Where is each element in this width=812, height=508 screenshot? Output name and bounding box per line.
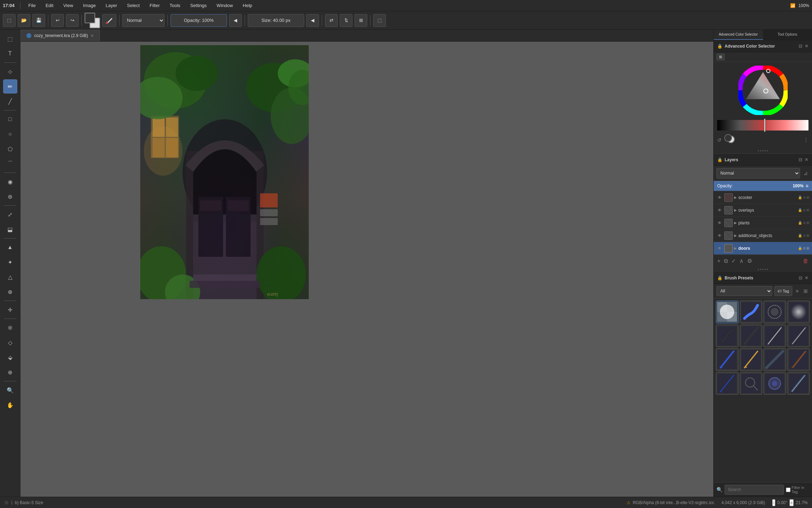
color-wheel-container[interactable]	[714, 62, 812, 119]
brush-preset-pen-light[interactable]	[763, 325, 786, 347]
brush-preset-pen-ink[interactable]	[716, 325, 739, 347]
brush-preset-pen-blue-small[interactable]	[716, 348, 739, 371]
tool-polygon[interactable]: ⬠	[3, 142, 17, 156]
tool-select[interactable]: ⬚	[3, 32, 17, 46]
canvas-tab-close[interactable]: ×	[91, 33, 94, 38]
layer-expand-additional-objects[interactable]: ▶	[734, 234, 737, 237]
tool-transform[interactable]: ⤢	[3, 207, 17, 222]
color-config-icon[interactable]: ⋮	[804, 137, 808, 143]
color-grid-view-btn[interactable]: ⊞	[716, 54, 725, 60]
layer-expand-plants[interactable]: ▶	[734, 221, 737, 225]
layer-item-plants[interactable]: 👁 ▶ plants 🔒 α ⊞	[714, 217, 812, 229]
layer-item-doors[interactable]: 👁 ▶ doors 🔒 α ⊞	[714, 242, 812, 255]
layers-copy-icon[interactable]: ⧉	[723, 257, 728, 265]
menu-view[interactable]: View	[61, 2, 75, 9]
brush-filter-in-tag-label[interactable]: Filter in Tag	[786, 485, 809, 494]
brush-preset-pen-sketch[interactable]	[787, 348, 810, 371]
layers-menu-icon[interactable]: ≡	[806, 183, 808, 189]
layers-filter-icon[interactable]: ⊿	[802, 169, 809, 177]
status-zoom-in-btn[interactable]: +	[789, 499, 794, 506]
brush-detach-icon[interactable]: ⊟	[799, 275, 802, 280]
tool-colorpicker[interactable]: ✦	[3, 255, 17, 269]
save-file-button[interactable]: 💾	[32, 14, 45, 27]
wrap-button[interactable]: ⊞	[355, 14, 367, 27]
layers-delete-icon[interactable]: 🗑	[802, 257, 809, 265]
color-refresh-icon[interactable]: ↺	[717, 137, 721, 143]
brush-preset-pencil-blue[interactable]	[716, 372, 739, 395]
layer-expand-overlays[interactable]: ▶	[734, 208, 737, 212]
layer-eye-plants[interactable]: 👁	[716, 220, 723, 226]
new-file-button[interactable]: ⬚	[3, 14, 16, 27]
fg-color-dot[interactable]	[724, 134, 732, 142]
layers-add-icon[interactable]: +	[716, 257, 721, 265]
tool-fill[interactable]: ▲	[3, 240, 17, 254]
tool-zoom[interactable]: 🔍	[3, 383, 17, 397]
size-down-button[interactable]: ◀	[306, 14, 319, 27]
layer-eye-overlays[interactable]: 👁	[716, 207, 723, 213]
status-zoom-out-btn[interactable]: -	[772, 499, 775, 506]
open-file-button[interactable]: 📂	[18, 14, 30, 27]
layer-item-additional-objects[interactable]: 👁 ▶ additional_objects 🔒 α ⊞	[714, 229, 812, 242]
tool-clone[interactable]: ⊕	[3, 285, 17, 299]
size-input[interactable]: Size: 40.00 px	[248, 14, 304, 27]
zoom-fit-button[interactable]: ⬚	[373, 14, 386, 27]
tool-similar-select[interactable]: ⊛	[3, 189, 17, 204]
layers-properties-icon[interactable]: ⚙	[746, 257, 753, 265]
layers-group-icon[interactable]: ✓	[731, 257, 737, 265]
color-swatches[interactable]	[85, 13, 100, 28]
tool-bezier-select[interactable]: ◇	[3, 335, 17, 350]
color-panel-resize[interactable]: • • • • •	[714, 148, 812, 153]
brush-preset-smudge[interactable]	[763, 301, 786, 323]
tool-path[interactable]: ⌒	[3, 157, 17, 171]
menu-tools[interactable]: Tools	[167, 2, 182, 9]
tool-rect[interactable]: □	[3, 112, 17, 126]
brush-preset-basic-paint[interactable]	[740, 301, 763, 323]
tab-advanced-color-selector[interactable]: Advanced Color Selector	[714, 30, 763, 40]
tool-multibrush[interactable]: ❊	[3, 321, 17, 335]
opacity-input[interactable]: Opacity: 100%	[171, 14, 227, 27]
layers-blend-mode-select[interactable]: Normal Multiply Screen Overlay	[716, 168, 800, 179]
brush-preset-pen-silver[interactable]	[787, 325, 810, 347]
brush-filter-in-tag-checkbox[interactable]	[786, 488, 791, 492]
tool-crop[interactable]: ⬓	[3, 222, 17, 236]
brush-list-view-icon[interactable]: ≡	[794, 288, 800, 295]
tool-line[interactable]: ╱	[3, 94, 17, 108]
undo-button[interactable]: ↩	[51, 14, 64, 27]
menu-filter[interactable]: Filter	[147, 2, 162, 9]
status-info-icon[interactable]: ℹ	[11, 500, 13, 506]
tool-zoom-select[interactable]: ⊕	[3, 365, 17, 379]
layer-eye-doors[interactable]: 👁	[716, 245, 723, 252]
tab-tool-options[interactable]: Tool Options	[763, 30, 812, 40]
layer-item-overlays[interactable]: 👁 ▶ overlays 🔒 α ⊞	[714, 204, 812, 217]
tool-magnetic-select[interactable]: ⬙	[3, 350, 17, 364]
brush-preset-basic-soft[interactable]	[787, 301, 810, 323]
brush-preset-pen-wide[interactable]	[763, 348, 786, 371]
tool-ellipse[interactable]: ○	[3, 127, 17, 141]
opacity-down-button[interactable]: ◀	[229, 14, 242, 27]
brush-search-input[interactable]	[725, 485, 784, 495]
layer-item-scooter[interactable]: 👁 ▶ scooter 🔒 α ⊞	[714, 191, 812, 204]
menu-image[interactable]: Image	[81, 2, 98, 9]
tool-freehand-select[interactable]: ⊹	[3, 65, 17, 79]
tool-hand[interactable]: ✋	[3, 398, 17, 412]
brush-preset-pen-gold[interactable]	[740, 348, 763, 371]
status-settings-icon[interactable]: ⚙	[4, 500, 9, 506]
layers-ungroup-icon[interactable]: ∧	[739, 257, 744, 265]
layer-eye-scooter[interactable]: 👁	[716, 194, 723, 201]
brush-preset-eraser[interactable]	[716, 301, 739, 323]
color-panel-detach-icon[interactable]: ⊟	[799, 43, 802, 49]
tool-text[interactable]: T	[3, 47, 17, 61]
canvas-scroll-area[interactable]: wɒrtŋ	[20, 42, 713, 497]
brush-category-select[interactable]: All	[716, 286, 772, 296]
menu-edit[interactable]: Edit	[43, 2, 55, 9]
layers-close-icon[interactable]: ✕	[805, 157, 808, 162]
brush-selector-button[interactable]	[102, 14, 116, 27]
layers-panel-resize[interactable]: • • • • •	[714, 267, 812, 272]
menu-settings[interactable]: Settings	[188, 2, 209, 9]
menu-file[interactable]: File	[26, 2, 38, 9]
layer-expand-doors[interactable]: ▶	[734, 246, 737, 250]
tool-move[interactable]: ✛	[3, 303, 17, 317]
layer-eye-additional-objects[interactable]: 👁	[716, 232, 723, 239]
brush-preset-extra-2[interactable]	[787, 372, 810, 395]
tool-brush[interactable]: ✏	[3, 79, 17, 93]
